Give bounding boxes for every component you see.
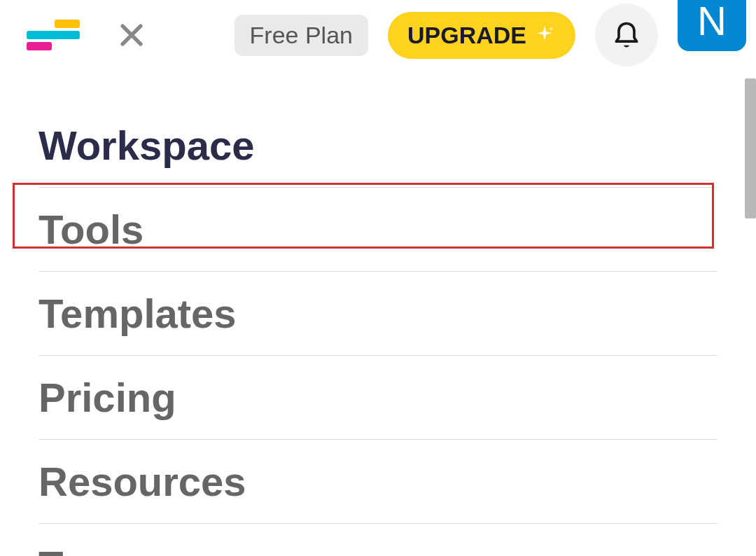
header-right: Free Plan UPGRADE N [234,4,746,67]
menu-item-resources[interactable]: Resources [38,440,718,524]
menu-item-tools[interactable]: Tools [38,188,718,272]
menu-item-workspace[interactable]: Workspace [38,104,718,188]
menu-item-pricing[interactable]: Pricing [38,356,718,440]
user-avatar[interactable]: N [678,0,746,51]
menu-item-templates[interactable]: Templates [38,272,718,356]
bell-icon [611,20,642,50]
main-menu: Workspace Tools Templates Pricing Resour… [0,76,756,556]
plan-badge: Free Plan [234,15,368,56]
upgrade-button[interactable]: UPGRADE [388,12,575,59]
logo-bar [55,20,80,28]
logo-bar [27,31,80,39]
close-icon [116,20,147,50]
close-button[interactable] [116,20,147,50]
app-logo[interactable] [27,20,80,50]
header-left [27,20,147,50]
menu-item-teams[interactable]: Teams [38,524,718,556]
logo-bar [27,42,52,50]
app-header: Free Plan UPGRADE N [0,0,756,76]
scrollbar[interactable] [745,78,756,218]
sparkles-icon [533,24,556,46]
upgrade-label: UPGRADE [407,22,526,49]
notifications-button[interactable] [595,4,658,67]
